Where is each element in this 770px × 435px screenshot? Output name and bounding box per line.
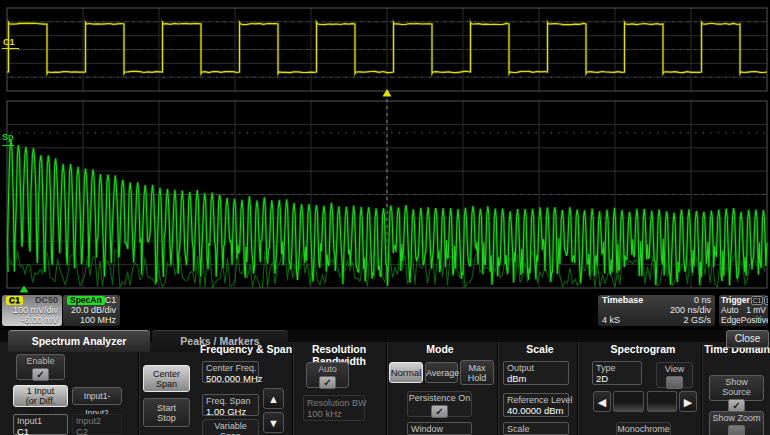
max-hold-line1: Max: [461, 363, 493, 373]
show-source-button[interactable]: Show Source ✓: [709, 375, 764, 401]
c1-trace-label[interactable]: C1: [3, 38, 15, 47]
rbw-auto-label: Auto: [307, 364, 348, 374]
trigger-title: Trigger: [721, 295, 750, 305]
input1-selector[interactable]: Input1 C1: [13, 414, 68, 435]
section-separator: [138, 342, 139, 435]
spectrogram-left-arrow-button[interactable]: ◀: [593, 391, 611, 412]
center-freq-field[interactable]: Center Freq. 500.000 MHz: [202, 361, 259, 383]
spectrogram-view-checkbox: [666, 376, 683, 389]
c1-coupling: DC50: [35, 295, 58, 305]
close-button[interactable]: Close: [726, 330, 769, 348]
c1-vscale: 100 mV/div: [13, 305, 58, 315]
span-down-arrow-button[interactable]: ▼: [263, 412, 284, 433]
spectrogram-view-button[interactable]: View: [656, 362, 693, 388]
resolution-bw-value: 100 kHz: [307, 408, 361, 419]
spectrogram-type-value: 2D: [596, 373, 638, 384]
window-field[interactable]: Window: [407, 422, 472, 435]
spectrogram-slider-slot-1[interactable]: [613, 391, 644, 412]
show-zoom-button[interactable]: Show Zoom: [709, 411, 764, 435]
center-span-button[interactable]: Center Span: [143, 365, 190, 392]
section-separator: [386, 342, 387, 435]
input2-value: C2: [76, 426, 118, 435]
rbw-auto-button[interactable]: Auto ✓: [306, 362, 349, 388]
spectrogram-header: Spectrogram: [603, 343, 683, 355]
center-span-line1: Center: [144, 369, 189, 379]
timebase-scale: 200 ns/div: [670, 305, 711, 315]
variable-span-label: Variable Span: [203, 421, 258, 435]
trigger-slope: Positive: [741, 315, 768, 325]
trigger-descriptor[interactable]: TriggerC1DC Auto1 mV EdgePositive: [719, 295, 768, 326]
freq-span-field[interactable]: Freq. Span 1.00 GHz: [202, 394, 259, 416]
freq-span-value: 1.00 GHz: [206, 406, 255, 417]
scope-grid: [0, 0, 770, 330]
input2-selector[interactable]: Input2 C2: [72, 414, 122, 435]
resolution-bw-field[interactable]: Resolution BW 100 kHz: [303, 395, 365, 421]
reference-level-field[interactable]: Reference Level 40.0000 dBm: [503, 393, 569, 417]
timebase-rate: 2 GS/s: [683, 315, 711, 325]
output-field[interactable]: Output dBm: [503, 361, 569, 385]
mode-average-button[interactable]: Average: [425, 362, 458, 383]
show-source-label: Show Source: [710, 377, 763, 397]
spectrogram-view-label: View: [657, 364, 692, 374]
scale-label: Scale: [507, 424, 565, 434]
enable-label: Enable: [17, 356, 64, 366]
one-input-line2: (or Diff. Probe): [14, 396, 67, 416]
section-separator: [497, 342, 498, 435]
spectrogram-type-field[interactable]: Type 2D: [592, 361, 642, 385]
span-up-arrow-button[interactable]: ▲: [263, 388, 284, 409]
input1-value: C1: [17, 426, 64, 435]
mode-normal-button[interactable]: Normal: [389, 362, 423, 383]
start-stop-button[interactable]: Start Stop: [143, 398, 190, 427]
enable-checkbox: ✓: [32, 368, 49, 381]
specan-span: 100 MHz: [80, 315, 116, 325]
spectrogram-type-label: Type: [596, 363, 638, 373]
monochrome-button[interactable]: Monochrome: [616, 422, 671, 435]
timebase-title: Timebase: [602, 295, 643, 305]
trigger-mode: Auto: [721, 305, 739, 315]
tab-spectrum-analyzer[interactable]: Spectrum Analyzer: [8, 330, 150, 352]
specan-source: C1: [105, 295, 117, 305]
persistence-label: Persistence On: [408, 393, 471, 403]
mode-max-hold-button[interactable]: Max Hold: [460, 360, 494, 385]
trigger-position-marker[interactable]: [383, 89, 392, 97]
trigger-level: 1 mV: [746, 305, 766, 315]
show-zoom-checkbox: [728, 425, 745, 435]
output-label: Output: [507, 363, 565, 373]
spectrum-analyzer-panel: Spectrum Analyzer Peaks / Markers Close …: [0, 330, 770, 435]
specan-badge: SpecAn: [67, 296, 105, 305]
persistence-button[interactable]: Persistence On ✓: [407, 391, 472, 417]
scale-field[interactable]: Scale: [503, 422, 569, 435]
spectrogram-right-arrow-button[interactable]: ▶: [679, 391, 697, 412]
scale-header: Scale: [500, 343, 580, 355]
specan-trace-label[interactable]: Sp: [2, 133, 14, 142]
frequency-marker[interactable]: [20, 286, 29, 293]
trigger-type: Edge: [721, 315, 741, 325]
variable-span-button[interactable]: Variable Span: [202, 419, 259, 435]
input1-label: Input1: [17, 416, 64, 426]
input2-label: Input2: [76, 416, 118, 426]
center-freq-value: 500.000 MHz: [206, 373, 255, 384]
c1-zero-level-tick: [2, 48, 19, 49]
max-hold-line2: Hold: [461, 373, 493, 383]
start-stop-line1: Start: [144, 403, 189, 413]
specan-descriptor[interactable]: SpecAnC1 20.0 dB/div 100 MHz: [63, 295, 120, 326]
section-separator: [577, 342, 578, 435]
timebase-delay: 0 ns: [694, 295, 711, 305]
spectrogram-slider-slot-2[interactable]: [647, 391, 677, 412]
reference-level-label: Reference Level: [507, 395, 565, 405]
resolution-bw-label: Resolution BW: [307, 398, 361, 408]
trigger-coupling-badge: DC: [764, 296, 768, 305]
mode-header: Mode: [400, 343, 480, 355]
c1-badge: C1: [6, 296, 23, 305]
window-label: Window: [411, 424, 468, 434]
freq-span-label: Freq. Span: [206, 396, 255, 406]
start-stop-line2: Stop: [144, 413, 189, 423]
one-input-button[interactable]: 1 Input (or Diff. Probe): [13, 385, 68, 407]
c1-descriptor[interactable]: C1DC50 100 mV/div -6.00 mV: [2, 295, 62, 326]
waveform-display[interactable]: C1 Sp C1DC50 100 mV/div -6.00 mV SpecAnC…: [0, 0, 770, 330]
input1-minus-input2-button[interactable]: Input1-Input2: [72, 387, 122, 405]
monochrome-label: Monochrome: [617, 424, 670, 434]
show-zoom-label: Show Zoom: [710, 413, 763, 423]
timebase-descriptor[interactable]: Timebase0 ns 200 ns/div 4 kS2 GS/s: [598, 295, 715, 326]
enable-button[interactable]: Enable ✓: [16, 354, 65, 380]
